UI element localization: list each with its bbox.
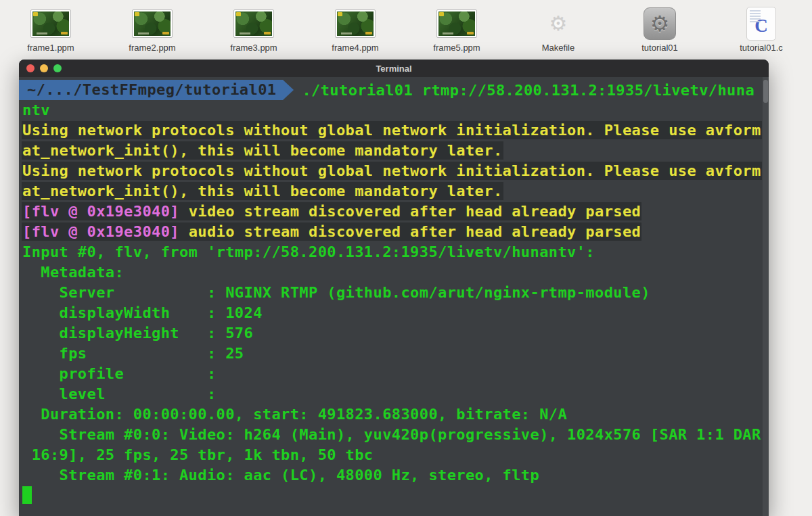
terminal-window[interactable]: Terminal ~/.../TestFFmpeg/tutorial01./tu…	[19, 60, 769, 516]
terminal-output[interactable]: ~/.../TestFFmpeg/tutorial01./tutorial01 …	[19, 77, 769, 516]
terminal-prompt-line: ~/.../TestFFmpeg/tutorial01./tutorial01 …	[19, 80, 769, 100]
desktop-icon-frame2-ppm[interactable]: frame2.ppm	[102, 0, 203, 64]
icon-label: tutorial01	[641, 43, 677, 53]
terminal-text-segment: Using network protocols without global n…	[22, 162, 761, 179]
terminal-line: profile :	[22, 364, 769, 384]
icon-label: Makefile	[542, 43, 574, 53]
terminal-line: Metadata:	[22, 262, 769, 283]
command-text: ./tutorial01 rtmp://58.200.131.2:1935/li…	[302, 82, 754, 99]
terminal-line: [flv @ 0x19e3040] audio stream discovere…	[22, 222, 769, 242]
terminal-line: ntv	[22, 100, 769, 120]
terminal-text-segment: video stream discovered after head alrea…	[189, 203, 641, 220]
desktop-icon-frame4-ppm[interactable]: frame4.ppm	[304, 0, 406, 64]
terminal-text-segment: [flv @ 0x19e3040]	[22, 223, 189, 240]
gear-icon: ⚙	[644, 7, 676, 41]
terminal-text-segment: at_network_init(), this will become mand…	[22, 183, 503, 200]
icon-label: frame3.ppm	[230, 43, 277, 53]
terminal-line: Server : NGINX RTMP (github.com/arut/ngi…	[22, 283, 769, 303]
terminal-line: Using network protocols without global n…	[22, 161, 769, 181]
terminal-text-segment: level :	[22, 385, 217, 402]
desktop-icon-tutorial01-c[interactable]: Ctutorial01.c	[710, 0, 812, 64]
terminal-cursor-line	[22, 486, 769, 506]
image-thumbnail-icon	[132, 7, 173, 41]
desktop-icon-tutorial01[interactable]: ⚙tutorial01	[609, 0, 710, 64]
gear-icon: ⚙	[554, 7, 563, 41]
desktop-icon-frame3-ppm[interactable]: frame3.ppm	[203, 0, 304, 64]
terminal-text-segment: Server : NGINX RTMP (github.com/arut/ngi…	[22, 284, 650, 301]
terminal-line: at_network_init(), this will become mand…	[22, 141, 769, 161]
terminal-cursor	[22, 486, 32, 504]
terminal-text-segment: Stream #0:1: Audio: aac (LC), 48000 Hz, …	[22, 467, 539, 484]
terminal-line: fps : 25	[22, 344, 769, 364]
terminal-scrollbar[interactable]	[763, 77, 769, 516]
terminal-line: level :	[22, 384, 769, 404]
image-thumbnail-icon	[30, 7, 71, 41]
terminal-text-segment: displayWidth : 1024	[22, 304, 263, 321]
terminal-titlebar[interactable]: Terminal	[19, 60, 769, 77]
scrollbar-thumb[interactable]	[763, 80, 768, 103]
terminal-text-segment: Using network protocols without global n…	[22, 122, 761, 139]
terminal-line: Using network protocols without global n…	[22, 120, 769, 141]
terminal-text-segment: Stream #0:0: Video: h264 (Main), yuv420p…	[22, 426, 761, 443]
terminal-line: [flv @ 0x19e3040] video stream discovere…	[22, 202, 769, 222]
prompt-arrow-icon	[283, 80, 294, 100]
terminal-title: Terminal	[19, 64, 769, 74]
terminal-text-segment: fps : 25	[22, 345, 244, 362]
terminal-line: Input #0, flv, from 'rtmp://58.200.131.2…	[22, 242, 769, 262]
terminal-text-segment: profile :	[22, 365, 217, 382]
image-thumbnail-icon	[335, 7, 376, 41]
icon-label: tutorial01.c	[740, 43, 783, 53]
terminal-line: Duration: 00:00:00.00, start: 491823.683…	[22, 404, 769, 425]
terminal-text-segment: Duration: 00:00:00.00, start: 491823.683…	[22, 406, 567, 423]
desktop-icon-frame1-ppm[interactable]: frame1.ppm	[0, 0, 102, 64]
desktop-icon-frame5-ppm[interactable]: frame5.ppm	[406, 0, 508, 64]
terminal-text-segment: [flv @ 0x19e3040]	[22, 203, 189, 220]
image-thumbnail-icon	[436, 7, 477, 41]
terminal-line: Stream #0:1: Audio: aac (LC), 48000 Hz, …	[22, 465, 769, 486]
terminal-line: Stream #0:0: Video: h264 (Main), yuv420p…	[22, 425, 769, 445]
terminal-line: displayWidth : 1024	[22, 303, 769, 323]
icon-label: frame1.ppm	[27, 43, 74, 53]
terminal-text-segment: 16:9], 25 fps, 25 tbr, 1k tbn, 50 tbc	[22, 446, 374, 463]
desktop-icon-makefile[interactable]: ⚙Makefile	[508, 0, 609, 64]
terminal-text-segment: displayHeight : 576	[22, 325, 253, 342]
image-thumbnail-icon	[233, 7, 274, 41]
c-source-file-icon: C	[746, 7, 776, 41]
gear-icon: ⚙	[549, 14, 568, 34]
terminal-line: 16:9], 25 fps, 25 tbr, 1k tbn, 50 tbc	[22, 445, 769, 465]
terminal-line: displayHeight : 576	[22, 323, 769, 344]
terminal-line: at_network_init(), this will become mand…	[22, 181, 769, 202]
prompt-path: ~/.../TestFFmpeg/tutorial01	[19, 80, 283, 100]
terminal-text-segment: at_network_init(), this will become mand…	[22, 142, 503, 159]
gear-icon: ⚙	[650, 13, 670, 34]
terminal-text-segment: audio stream discovered after head alrea…	[189, 223, 641, 240]
terminal-text-segment: ntv	[22, 101, 50, 118]
icon-label: frame5.ppm	[433, 43, 480, 53]
icon-label: frame2.ppm	[129, 43, 175, 53]
terminal-text-segment: Metadata:	[22, 264, 124, 281]
terminal-text-segment: Input #0, flv, from 'rtmp://58.200.131.2…	[22, 243, 595, 260]
desktop-icon-row: frame1.ppmframe2.ppmframe3.ppmframe4.ppm…	[0, 0, 812, 60]
icon-label: frame4.ppm	[332, 43, 378, 53]
